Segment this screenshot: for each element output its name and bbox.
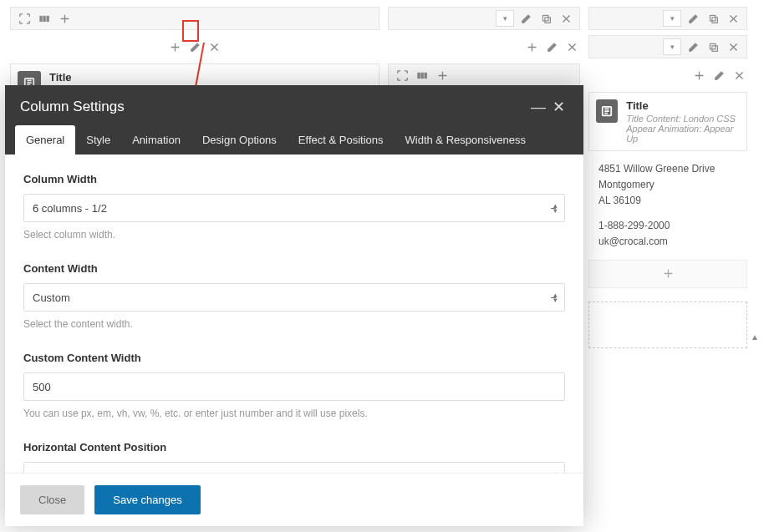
clone-icon[interactable] [705, 10, 721, 27]
title-meta-1: Title Content: London CSS [626, 114, 740, 124]
edit-icon[interactable] [710, 67, 727, 84]
svg-rect-1 [43, 16, 44, 22]
tab-animation[interactable]: Animation [121, 125, 191, 155]
svg-rect-10 [711, 17, 717, 23]
remove-icon[interactable] [563, 38, 580, 55]
svg-rect-9 [710, 15, 716, 21]
column-width-select[interactable]: 6 columns - 1/2 ▴▾ [23, 194, 565, 222]
remove-icon[interactable] [725, 38, 741, 55]
row-toolbar-right-2: ▾ [588, 35, 747, 58]
tab-width-responsiveness[interactable]: Width & Responsiveness [395, 125, 537, 155]
row-toolbar-mid: ▾ [388, 7, 580, 30]
add-icon[interactable] [56, 10, 73, 27]
tab-style[interactable]: Style [75, 125, 121, 155]
edit-icon[interactable] [517, 10, 534, 27]
dropdown-toggle[interactable]: ▾ [663, 10, 681, 27]
column-settings-modal: Column Settings — ✕ General Style Animat… [5, 85, 583, 526]
remove-icon[interactable] [558, 10, 574, 27]
row-toolbar-right-1: ▾ [588, 7, 747, 30]
custom-content-width-help: You can use px, em, vh, vw, %, etc. or e… [23, 408, 565, 419]
remove-icon[interactable] [725, 10, 741, 27]
save-changes-button[interactable]: Save changes [94, 485, 200, 514]
columns-icon[interactable] [36, 10, 53, 27]
svg-rect-11 [710, 43, 716, 49]
contact-line-2: Montgomery [598, 177, 737, 193]
annotation-highlight-box [182, 20, 199, 42]
empty-dropzone[interactable] [588, 301, 747, 348]
content-width-label: Content Width [23, 262, 565, 275]
tab-general[interactable]: General [15, 125, 75, 155]
add-icon[interactable] [434, 67, 451, 84]
content-width-value: Custom [33, 291, 70, 304]
horizontal-position-label: Horizontal Content Position [23, 441, 565, 453]
expand-icon[interactable] [394, 67, 410, 84]
contact-email: uk@crocal.com [598, 234, 737, 250]
add-element-row[interactable] [588, 260, 747, 288]
close-icon[interactable]: ✕ [548, 97, 568, 117]
minimize-icon[interactable]: — [528, 97, 548, 117]
select-updown-icon: ▴▾ [553, 203, 558, 213]
edit-icon[interactable] [685, 10, 701, 27]
expand-icon[interactable] [16, 10, 33, 27]
select-updown-icon: ▴▾ [553, 292, 558, 302]
svg-rect-5 [544, 17, 550, 23]
column-width-help: Select column width. [23, 229, 565, 241]
edit-icon[interactable] [685, 38, 701, 55]
column-width-label: Column Width [23, 173, 565, 185]
title-element-right[interactable]: Title Title Content: London CSS Appear A… [588, 92, 747, 151]
title-heading: Title [49, 71, 308, 84]
close-button[interactable]: Close [20, 485, 84, 514]
modal-tabs: General Style Animation Design Options E… [5, 125, 583, 155]
tab-design-options[interactable]: Design Options [191, 125, 288, 155]
column-width-value: 6 columns - 1/2 [33, 202, 107, 215]
remove-icon[interactable] [206, 38, 223, 55]
content-width-help: Select the content width. [23, 318, 565, 330]
columns-icon[interactable] [414, 67, 430, 84]
dropdown-toggle[interactable]: ▾ [663, 38, 681, 55]
horizontal-position-select[interactable]: Left ▴▾ [23, 462, 565, 473]
tab-effect-positions[interactable]: Effect & Positions [288, 125, 395, 155]
clone-icon[interactable] [705, 38, 721, 55]
scroll-up-arrow-icon[interactable]: ▲ [751, 332, 759, 342]
custom-content-width-label: Custom Content Width [23, 352, 565, 364]
title-heading: Title [626, 99, 740, 112]
row-toolbar-mid-2 [388, 63, 580, 87]
select-updown-icon: ▴▾ [553, 471, 558, 473]
add-icon[interactable] [691, 67, 708, 84]
content-width-select[interactable]: Custom ▴▾ [23, 283, 565, 312]
contact-line-1: 4851 Willow Greene Drive [598, 161, 737, 177]
svg-rect-4 [542, 15, 548, 21]
title-element-icon [596, 99, 618, 123]
svg-rect-2 [46, 16, 48, 22]
svg-rect-12 [711, 45, 717, 51]
column-inner-toolbar-mid [388, 35, 580, 58]
horizontal-position-value: Left [33, 470, 51, 474]
edit-icon[interactable] [543, 38, 560, 55]
svg-rect-0 [39, 16, 41, 22]
modal-title: Column Settings [20, 99, 125, 115]
contact-text-block: 4851 Willow Greene Drive Montgomery AL 3… [588, 156, 747, 255]
svg-rect-8 [424, 73, 425, 79]
dropdown-toggle[interactable]: ▾ [496, 10, 514, 27]
svg-rect-6 [417, 73, 419, 79]
add-icon [660, 266, 676, 282]
contact-line-3: AL 36109 [598, 193, 737, 209]
custom-content-width-input[interactable] [23, 372, 565, 401]
svg-rect-7 [420, 73, 422, 79]
add-icon[interactable] [166, 38, 183, 55]
contact-phone: 1-888-299-2000 [598, 218, 737, 234]
column-inner-toolbar-right [588, 63, 747, 87]
remove-icon[interactable] [731, 67, 747, 84]
clone-icon[interactable] [537, 10, 554, 27]
title-meta-2: Appear Animation: Appear Up [626, 124, 740, 144]
add-icon[interactable] [524, 38, 541, 55]
